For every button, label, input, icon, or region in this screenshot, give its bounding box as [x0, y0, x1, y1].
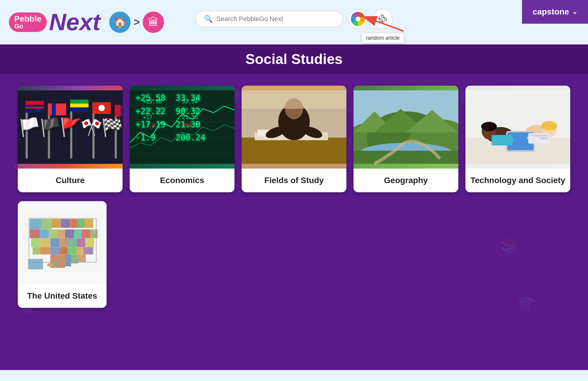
svg-rect-12	[70, 108, 89, 111]
card-geography[interactable]: Geography	[354, 86, 458, 192]
svg-rect-103	[47, 263, 53, 266]
svg-rect-20	[130, 90, 234, 164]
culture-image	[18, 86, 123, 169]
svg-text:90.22: 90.22	[182, 107, 198, 113]
svg-rect-76	[30, 229, 40, 238]
svg-rect-18	[115, 105, 121, 117]
search-input[interactable]	[216, 15, 334, 23]
svg-rect-72	[61, 219, 70, 228]
home-icon: 🏠	[113, 16, 127, 28]
svg-rect-69	[30, 219, 41, 229]
svg-rect-89	[77, 238, 85, 247]
capstone-label: capstone	[533, 7, 569, 17]
svg-rect-88	[68, 238, 77, 247]
next-text: Next	[49, 10, 100, 34]
main-content: 🔬 📚 🔭 🧪 ⚗️ 🌍 📐 🔬 💡 🧬 ⚙️ 🔩 📏 🔭 🧪 📚 🔬 ⚗️	[0, 74, 588, 370]
svg-rect-51	[354, 151, 458, 164]
economics-label: Economics	[130, 169, 234, 192]
cards-row-2: The United States	[18, 201, 570, 308]
svg-rect-74	[77, 219, 84, 228]
svg-rect-90	[85, 238, 94, 247]
header: Pebble Go Next 🏠 > 🏛 🔍 ⛓ random article	[0, 0, 588, 44]
geography-landscape-svg	[354, 86, 458, 169]
svg-rect-10	[70, 100, 89, 103]
svg-rect-99	[78, 254, 86, 262]
svg-text:+25.58: +25.58	[143, 99, 162, 105]
capstone-button[interactable]: capstone ⌄	[522, 0, 588, 24]
card-economics[interactable]: +25.58 33.34 +22.22 90.22 +17 21.30 -1.9…	[130, 86, 234, 192]
svg-rect-100	[65, 254, 71, 266]
svg-text:+17: +17	[143, 114, 152, 120]
svg-text:-1.9: -1.9	[143, 122, 155, 128]
card-technology-and-society[interactable]: Technology and Society	[465, 86, 570, 192]
svg-rect-84	[31, 238, 40, 247]
home-button[interactable]: 🏠	[109, 12, 131, 33]
svg-rect-104	[54, 263, 57, 265]
svg-rect-79	[58, 229, 65, 238]
svg-rect-87	[59, 238, 68, 247]
svg-point-15	[99, 105, 105, 111]
the-united-states-label: The United States	[18, 284, 107, 308]
svg-rect-75	[84, 219, 93, 228]
capstone-chevron-icon: ⌄	[572, 8, 577, 16]
svg-text:33.34: 33.34	[182, 99, 198, 105]
svg-rect-4	[26, 101, 44, 105]
svg-rect-91	[33, 247, 40, 254]
svg-rect-83	[90, 229, 98, 238]
svg-rect-81	[74, 229, 81, 238]
economics-image: +25.58 33.34 +22.22 90.22 +17 21.30 -1.9…	[130, 86, 234, 169]
red-arrow-svg	[350, 10, 409, 34]
svg-rect-7	[48, 103, 66, 115]
svg-text:+22.22: +22.22	[143, 107, 162, 113]
arrow-annotation	[350, 10, 409, 35]
svg-rect-8	[52, 103, 56, 115]
breadcrumb-separator: >	[134, 16, 140, 28]
card-culture[interactable]: Culture	[18, 86, 123, 192]
svg-rect-34	[242, 137, 346, 164]
fields-study-svg	[242, 86, 346, 169]
breadcrumb: 🏠 > 🏛	[109, 12, 164, 33]
subject-title: Social Studies	[7, 51, 581, 67]
svg-text:200.2: 200.2	[182, 122, 198, 128]
svg-rect-96	[76, 247, 84, 254]
cards-row-1: Culture +25.58 33.34 +22.22 90.22 +17 21…	[18, 86, 570, 192]
pebble-text: Pebble	[14, 15, 41, 23]
go-text: Go	[14, 23, 41, 30]
svg-rect-82	[81, 229, 90, 238]
search-bar: 🔍	[195, 11, 343, 27]
logo-area: Pebble Go Next	[9, 10, 100, 34]
us-map-svg	[24, 213, 101, 272]
technology-image	[465, 86, 570, 169]
svg-point-58	[542, 121, 557, 131]
svg-rect-77	[40, 229, 49, 238]
pebble-oval: Pebble Go	[9, 12, 47, 32]
fields-of-study-label: Fields of Study	[242, 169, 346, 192]
svg-rect-5	[26, 107, 44, 109]
svg-rect-92	[40, 247, 50, 254]
svg-rect-11	[70, 103, 89, 107]
geography-label: Geography	[354, 169, 458, 192]
pebblego-logo: Pebble Go Next	[9, 10, 100, 34]
svg-rect-97	[84, 247, 93, 254]
building-icon: 🏛	[148, 16, 159, 28]
svg-rect-80	[65, 229, 74, 238]
svg-rect-102	[28, 259, 43, 269]
card-fields-of-study[interactable]: Fields of Study	[242, 86, 346, 192]
culture-label: Culture	[18, 169, 123, 192]
technology-and-society-label: Technology and Society	[465, 169, 570, 192]
us-map-image	[18, 201, 107, 284]
geography-image	[354, 86, 458, 169]
search-icon: 🔍	[204, 15, 213, 23]
fields-image	[242, 86, 346, 169]
svg-rect-85	[40, 238, 50, 247]
technology-kids-svg	[465, 86, 570, 169]
svg-rect-73	[70, 219, 77, 228]
subject-button[interactable]: 🏛	[143, 12, 164, 33]
svg-rect-78	[49, 229, 58, 238]
card-the-united-states[interactable]: The United States	[18, 201, 107, 308]
svg-point-59	[481, 122, 497, 131]
economics-chart-svg: +25.58 33.34 +22.22 90.22 +17 21.30 -1.9…	[130, 86, 234, 169]
svg-rect-71	[52, 219, 61, 228]
svg-rect-41	[242, 90, 346, 109]
svg-rect-95	[68, 247, 76, 254]
